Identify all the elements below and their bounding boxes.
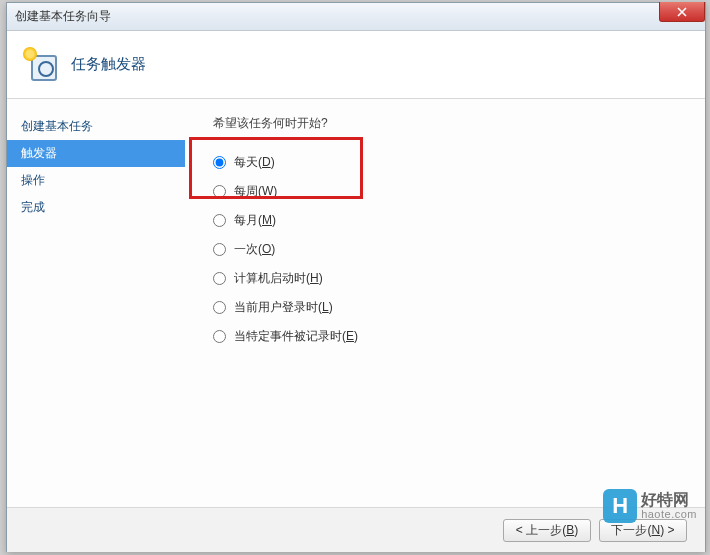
window-title: 创建基本任务向导	[15, 8, 111, 25]
sidebar-step-3[interactable]: 完成	[7, 194, 185, 221]
option-radio-4[interactable]	[213, 272, 226, 285]
option-label-6: 当特定事件被记录时(E)	[234, 328, 358, 345]
option-row-5[interactable]: 当前用户登录时(L)	[213, 293, 695, 322]
option-label-5: 当前用户登录时(L)	[234, 299, 333, 316]
content-area: 希望该任务何时开始? 每天(D)每周(W)每月(M)一次(O)计算机启动时(H)…	[185, 99, 705, 507]
wizard-header: 任务触发器	[7, 31, 705, 99]
sidebar: 创建基本任务触发器操作完成	[7, 99, 185, 507]
page-title: 任务触发器	[71, 55, 146, 74]
option-radio-1[interactable]	[213, 185, 226, 198]
question-label: 希望该任务何时开始?	[213, 115, 695, 132]
sidebar-step-2[interactable]: 操作	[7, 167, 185, 194]
back-button[interactable]: < 上一步(B)	[503, 519, 591, 542]
option-label-1: 每周(W)	[234, 183, 277, 200]
titlebar: 创建基本任务向导	[7, 3, 705, 31]
option-row-3[interactable]: 一次(O)	[213, 235, 695, 264]
wizard-footer: < 上一步(B) 下一步(N) >	[7, 507, 705, 552]
option-radio-5[interactable]	[213, 301, 226, 314]
option-radio-0[interactable]	[213, 156, 226, 169]
trigger-options: 每天(D)每周(W)每月(M)一次(O)计算机启动时(H)当前用户登录时(L)当…	[213, 148, 695, 351]
wizard-window: 创建基本任务向导 任务触发器 创建基本任务触发器操作完成 希望该任务何时开始? …	[6, 2, 706, 552]
next-button[interactable]: 下一步(N) >	[599, 519, 687, 542]
clock-icon	[25, 49, 57, 81]
option-radio-6[interactable]	[213, 330, 226, 343]
option-radio-3[interactable]	[213, 243, 226, 256]
option-row-4[interactable]: 计算机启动时(H)	[213, 264, 695, 293]
sidebar-step-1[interactable]: 触发器	[7, 140, 185, 167]
option-label-4: 计算机启动时(H)	[234, 270, 323, 287]
option-row-0[interactable]: 每天(D)	[213, 148, 695, 177]
option-label-3: 一次(O)	[234, 241, 275, 258]
wizard-body: 创建基本任务触发器操作完成 希望该任务何时开始? 每天(D)每周(W)每月(M)…	[7, 99, 705, 507]
sidebar-step-0[interactable]: 创建基本任务	[7, 113, 185, 140]
option-row-1[interactable]: 每周(W)	[213, 177, 695, 206]
option-label-0: 每天(D)	[234, 154, 275, 171]
option-label-2: 每月(M)	[234, 212, 276, 229]
option-row-2[interactable]: 每月(M)	[213, 206, 695, 235]
close-icon	[677, 7, 687, 17]
option-radio-2[interactable]	[213, 214, 226, 227]
close-button[interactable]	[659, 2, 705, 22]
option-row-6[interactable]: 当特定事件被记录时(E)	[213, 322, 695, 351]
